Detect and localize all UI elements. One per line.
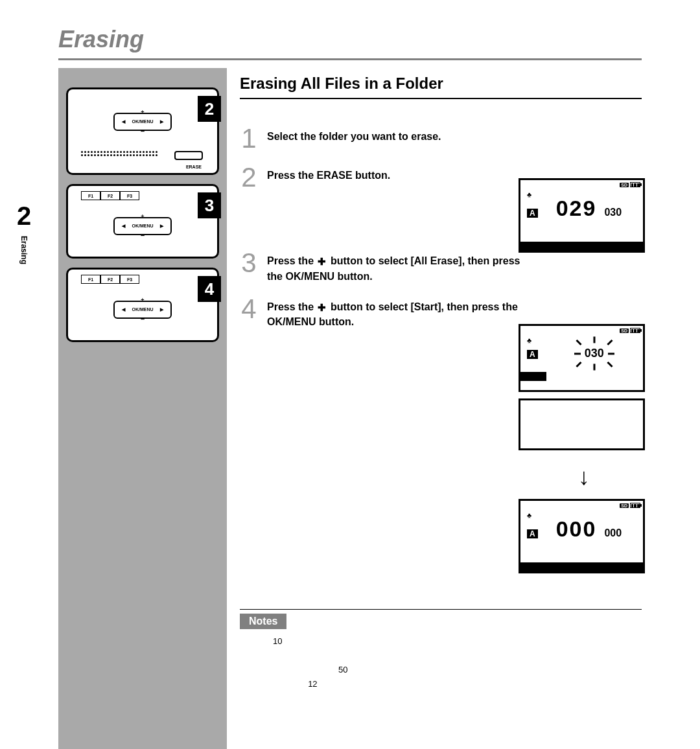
device-step-4: 4 F1 F2 F3 + ◀ OK/MENU ▶ –	[66, 268, 219, 342]
file-number-small: 030	[604, 207, 622, 218]
erase-label: ERASE	[186, 165, 202, 169]
speaker-dots	[81, 151, 159, 161]
ok-menu-button-graphic: + ◀ OK/MENU ▶ –	[113, 301, 172, 319]
lcd-bottom-bar	[520, 562, 643, 571]
mic-icon: ♣	[527, 511, 531, 519]
plus-icon: ✚	[316, 255, 327, 269]
mic-icon: ♣	[527, 190, 531, 198]
step-number: 3	[240, 249, 258, 277]
function-keys: F1 F2 F3	[81, 275, 139, 284]
lcd-screen-2: SD ♣ A 030	[519, 324, 645, 392]
folder-badge: A	[527, 350, 538, 359]
notes-body: 10 50 12	[240, 629, 642, 697]
step-number: 2	[240, 164, 258, 191]
chapter-number: 2	[6, 198, 41, 231]
arrow-down-icon: ↓	[578, 463, 590, 490]
step-badge: 4	[198, 276, 221, 302]
lcd-bottom-bar	[520, 242, 643, 251]
file-number-small: 000	[604, 527, 622, 539]
battery-icon	[630, 503, 640, 508]
lcd-screen-1: SD ♣ A 029 030	[519, 178, 645, 253]
device-illustration-column: 2 + ◀ OK/MENU ▶ – ERASE 3 F1 F2 F3 + ◀	[58, 68, 227, 749]
battery-icon	[630, 182, 640, 187]
step-text: Press the ✚ button to select [All Erase]…	[267, 249, 526, 284]
ok-menu-button-graphic: + ◀ OK/MENU ▶ –	[113, 217, 172, 235]
lcd-screen-2-sub	[519, 398, 645, 450]
title-rule	[58, 58, 642, 60]
chapter-tab: 2 Erasing	[6, 198, 41, 282]
step-text: Press the ERASE button.	[267, 164, 390, 183]
file-number-big: 000	[556, 516, 597, 542]
page-title: Erasing	[58, 26, 144, 53]
folder-badge: A	[527, 529, 538, 538]
step-number: 1	[240, 125, 258, 152]
step-badge: 3	[198, 192, 221, 218]
sd-icon: SD	[620, 503, 629, 508]
sd-icon: SD	[620, 183, 629, 187]
battery-icon	[630, 328, 640, 333]
erase-button-graphic	[174, 151, 203, 160]
plus-icon: ✚	[316, 301, 327, 315]
section-title: Erasing All Files in a Folder	[240, 75, 642, 99]
function-keys: F1 F2 F3	[81, 191, 139, 200]
step-text: Press the ✚ button to select [Start], th…	[267, 295, 526, 330]
sd-icon: SD	[620, 328, 629, 333]
device-step-3: 3 F1 F2 F3 + ◀ OK/MENU ▶ –	[66, 184, 219, 259]
notes-heading: Notes	[240, 614, 286, 629]
step-3: 3 Press the ✚ button to select [All Eras…	[240, 249, 642, 284]
notes-section: Notes 10 50 12	[240, 609, 642, 697]
step-number: 4	[240, 295, 258, 323]
step-badge: 2	[198, 96, 221, 122]
file-number-big: 029	[556, 196, 597, 221]
device-step-2: 2 + ◀ OK/MENU ▶ – ERASE	[66, 87, 219, 175]
main-content: Erasing All Files in a Folder 1 Select t…	[240, 75, 642, 341]
step-1: 1 Select the folder you want to erase.	[240, 125, 642, 152]
folder-badge: A	[527, 209, 538, 218]
ok-menu-button-graphic: + ◀ OK/MENU ▶ –	[113, 113, 172, 131]
flashing-number: 030	[585, 347, 604, 360]
chapter-label: Erasing	[19, 236, 29, 264]
mic-icon: ♣	[527, 336, 531, 344]
lcd-screen-3: SD ♣ A 000 000	[519, 499, 645, 573]
lcd-select-bar	[520, 372, 546, 381]
step-text: Select the folder you want to erase.	[267, 125, 441, 144]
